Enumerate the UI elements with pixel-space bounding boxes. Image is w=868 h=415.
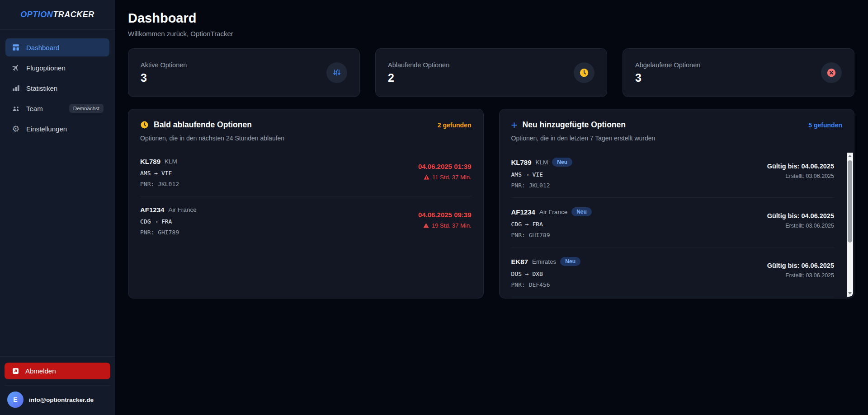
expiring-options-panel: Bald ablaufende Optionen 2 gefunden Opti… (128, 109, 484, 298)
main-content: Dashboard Willkommen zurück, OptionTrack… (115, 0, 868, 415)
clock-icon (574, 62, 594, 83)
flight-number: AF1234 (140, 206, 164, 214)
sidebar-item-label: Statistiken (26, 84, 57, 92)
sidebar-nav: Dashboard Flugoptionen Statistiken Team (0, 30, 115, 138)
time-remaining: 19 Std. 37 Min. (432, 222, 471, 229)
sidebar-item-einstellungen[interactable]: ⚙ Einstellungen (5, 120, 109, 138)
x-circle-icon (821, 62, 842, 83)
option-info: KL789 KLM Neu AMS → VIE PNR: JKL012 (511, 158, 572, 189)
scrollbar-up-arrow[interactable] (847, 153, 853, 159)
dashboard-icon (11, 43, 20, 52)
stat-card-expired: Abgelaufene Optionen 3 (623, 48, 854, 97)
coming-soon-badge: Demnächst (69, 104, 104, 113)
new-option-row: LH400 Lufthansa Neu Gültig bis: 06.06.20… (511, 297, 835, 298)
panels-row: Bald ablaufende Optionen 2 gefunden Opti… (128, 109, 854, 298)
panel-title: Bald ablaufende Optionen (154, 120, 252, 130)
gear-icon: ⚙ (11, 124, 20, 133)
route: DUS → DXB (511, 270, 580, 277)
route: CDG → FRA (140, 218, 197, 225)
sidebar-item-label: Flugoptionen (26, 64, 66, 72)
found-count-badge: 5 gefunden (808, 121, 842, 129)
pnr-code: PNR: GHI789 (140, 229, 197, 236)
logout-button[interactable]: Abmelden (5, 363, 110, 379)
airline-name: KLM (165, 158, 177, 165)
expiry-date: 04.06.2025 09:39 (418, 211, 472, 219)
valid-until: Gültig bis: 04.06.2025 (767, 163, 834, 170)
panel-subtitle: Optionen, die in den letzten 7 Tagen ers… (511, 135, 843, 142)
sidebar-item-team[interactable]: Team Demnächst (5, 99, 109, 117)
route: AMS → VIE (140, 170, 179, 177)
new-option-row: KL789 KLM Neu AMS → VIE PNR: JKL012 Gült… (511, 148, 835, 197)
stat-label: Aktive Optionen (141, 61, 187, 69)
new-options-panel: + Neu hinzugefügte Optionen 5 gefunden O… (499, 109, 855, 298)
expiry-info: 04.06.2025 01:39 11 Std. 37 Min. (418, 163, 472, 187)
page-subtitle: Willkommen zurück, OptionTracker (128, 30, 854, 37)
expiry-date: 04.06.2025 01:39 (418, 163, 472, 170)
flight-number: EK87 (511, 258, 528, 266)
created-date: Erstellt: 03.06.2025 (767, 223, 834, 229)
new-badge: Neu (571, 207, 592, 216)
pnr-code: PNR: JKL012 (140, 181, 179, 187)
logo-text-option: OPTION (20, 10, 53, 19)
avatar: E (7, 392, 24, 408)
stat-label: Ablaufende Optionen (388, 61, 449, 69)
arrows-vertical-icon (326, 62, 347, 83)
route: CDG → FRA (511, 221, 592, 228)
valid-until: Gültig bis: 06.06.2025 (767, 262, 834, 269)
stat-value: 3 (141, 71, 187, 84)
user-email: info@optiontracker.de (29, 396, 94, 403)
pnr-code: PNR: GHI789 (511, 232, 592, 238)
created-date: Erstellt: 03.06.2025 (767, 272, 834, 279)
warning-icon (424, 174, 429, 180)
expiry-info: 04.06.2025 09:39 19 Std. 37 Min. (418, 211, 472, 236)
logo-text-tracker: TRACKER (53, 10, 94, 19)
clock-icon (140, 121, 149, 129)
found-count-badge: 2 gefunden (438, 121, 472, 129)
sidebar-item-statistiken[interactable]: Statistiken (5, 79, 109, 97)
validity-info: Gültig bis: 04.06.2025 Erstellt: 03.06.2… (767, 163, 834, 189)
sidebar-item-flugoptionen[interactable]: Flugoptionen (5, 59, 109, 77)
panel-header: + Neu hinzugefügte Optionen 5 gefunden (511, 120, 843, 130)
plus-icon: + (511, 121, 518, 129)
route: AMS → VIE (511, 171, 572, 178)
plane-icon (11, 63, 20, 72)
user-row: E info@optiontracker.de (5, 385, 110, 415)
expiring-option-row: KL789 KLM AMS → VIE PNR: JKL012 04.06.20… (140, 148, 472, 196)
stat-card-expiring: Ablaufende Optionen 2 (375, 48, 607, 97)
option-info: EK87 Emirates Neu DUS → DXB PNR: DEF456 (511, 257, 580, 288)
logout-icon (12, 367, 19, 375)
created-date: Erstellt: 03.06.2025 (767, 173, 834, 179)
app-logo: OPTIONTRACKER (0, 0, 115, 30)
sidebar: OPTIONTRACKER Dashboard Flugoptionen Sta… (0, 0, 115, 415)
new-badge: Neu (552, 158, 572, 167)
new-option-row: AF1234 Air France Neu CDG → FRA PNR: GHI… (511, 197, 835, 247)
validity-info: Gültig bis: 06.06.2025 Erstellt: 03.06.2… (767, 262, 834, 288)
flight-number: KL789 (511, 159, 532, 166)
flight-number: AF1234 (511, 208, 535, 216)
sidebar-item-label: Einstellungen (26, 125, 67, 133)
app-root: OPTIONTRACKER Dashboard Flugoptionen Sta… (0, 0, 868, 415)
panel-title: Neu hinzugefügte Optionen (523, 120, 626, 130)
pnr-code: PNR: DEF456 (511, 281, 580, 288)
option-info: AF1234 Air France Neu CDG → FRA PNR: GHI… (511, 207, 592, 238)
pnr-code: PNR: JKL012 (511, 182, 572, 189)
sidebar-footer: Abmelden E info@optiontracker.de (0, 356, 115, 415)
logout-label: Abmelden (25, 367, 56, 375)
sidebar-item-label: Team (26, 105, 43, 112)
scrollbar[interactable] (847, 153, 853, 297)
expiring-options-list: KL789 KLM AMS → VIE PNR: JKL012 04.06.20… (140, 148, 472, 244)
sidebar-item-label: Dashboard (26, 44, 59, 51)
airline-name: Air France (539, 209, 567, 215)
warning-icon (423, 223, 429, 228)
stat-value: 2 (388, 71, 449, 84)
new-options-list: KL789 KLM Neu AMS → VIE PNR: JKL012 Gült… (511, 148, 835, 298)
time-remaining: 11 Std. 37 Min. (432, 174, 471, 181)
scrollbar-thumb[interactable] (848, 160, 852, 242)
page-title: Dashboard (128, 11, 854, 26)
airline-name: Air France (168, 206, 196, 213)
stats-row: Aktive Optionen 3 Ablaufende Optionen 2 (128, 48, 854, 97)
validity-info: Gültig bis: 04.06.2025 Erstellt: 03.06.2… (767, 212, 834, 238)
scrollbar-down-arrow[interactable] (847, 290, 853, 297)
panel-subtitle: Optionen, die in den nächsten 24 Stunden… (140, 135, 472, 142)
sidebar-item-dashboard[interactable]: Dashboard (5, 38, 109, 56)
